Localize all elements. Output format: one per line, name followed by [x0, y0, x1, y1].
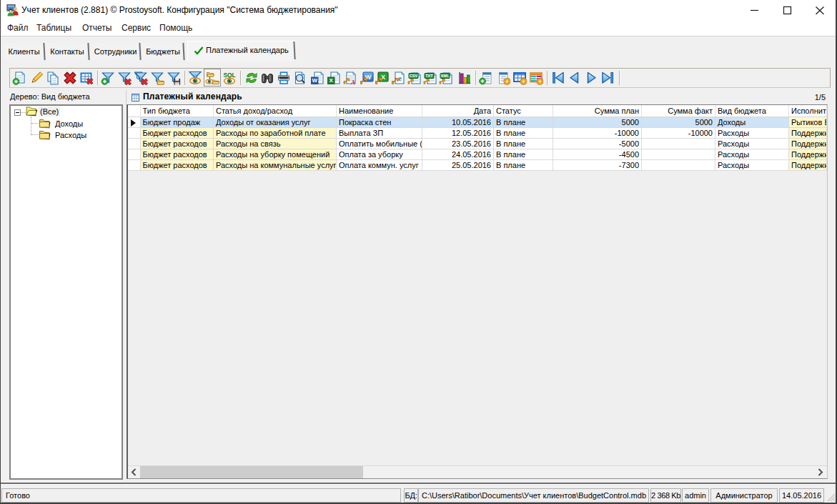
svg-text:SQL: SQL [223, 71, 235, 79]
svg-text:XML: XML [441, 74, 450, 78]
svg-text:A: A [350, 79, 355, 86]
svg-text:X: X [330, 77, 334, 84]
svg-text:e: e [398, 74, 402, 82]
svg-text:CSV: CSV [410, 74, 418, 78]
svg-text:W: W [312, 77, 317, 84]
svg-text:TXT: TXT [425, 74, 433, 78]
